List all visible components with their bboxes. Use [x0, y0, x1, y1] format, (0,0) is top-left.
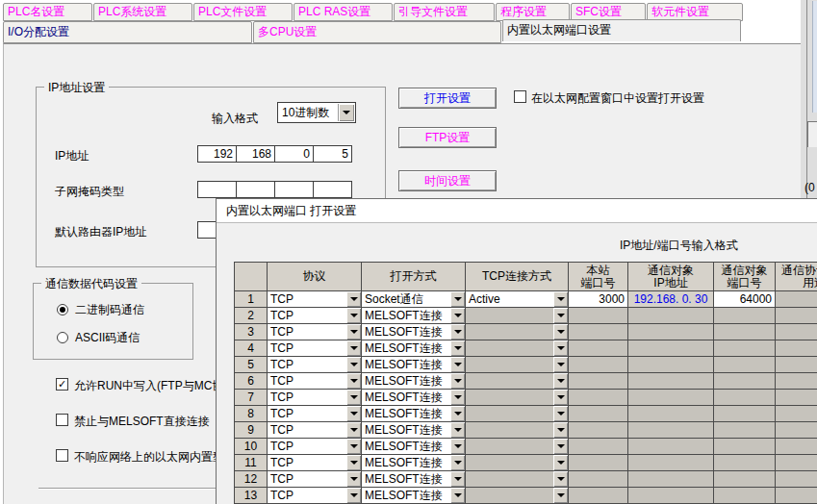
- input-format-select[interactable]: 10进制数: [277, 102, 356, 123]
- screen: (0 PLC名设置PLC系统设置PLC文件设置PLC RAS设置引导文件设置程序…: [0, 0, 817, 504]
- tab-boot-file[interactable]: 引导文件设置: [394, 3, 495, 21]
- dropdown-arrow: [350, 330, 358, 334]
- dest-ip-cell[interactable]: 192.168. 0. 30: [628, 291, 714, 308]
- protocol-dropdown[interactable]: TCP: [268, 308, 362, 324]
- tcp-mode-dropdown[interactable]: Active: [466, 291, 569, 308]
- chevron-down-icon[interactable]: [553, 291, 568, 307]
- subnet-octet-1[interactable]: [197, 181, 237, 198]
- ascii-comm-label[interactable]: ASCII码通信: [75, 330, 140, 346]
- protocol-dropdown[interactable]: TCP: [268, 422, 362, 439]
- chevron-down-icon[interactable]: [346, 439, 361, 454]
- allow-run-write-checkbox[interactable]: ✓: [56, 378, 68, 391]
- chevron-down-icon[interactable]: [450, 422, 465, 438]
- chevron-down-icon[interactable]: [450, 291, 465, 307]
- chevron-down-icon[interactable]: [346, 390, 361, 405]
- chevron-down-icon[interactable]: [346, 471, 361, 487]
- ip-octet-4[interactable]: 5: [313, 145, 352, 163]
- ip-octet-2[interactable]: 168: [236, 145, 275, 163]
- tab-multi-cpu[interactable]: 多CPU设置: [253, 21, 501, 43]
- dest-port-cell[interactable]: 64000: [714, 291, 776, 308]
- open-method-dropdown[interactable]: MELSOFT连接: [362, 390, 466, 406]
- protocol-dropdown[interactable]: TCP: [268, 488, 362, 504]
- protocol-dropdown[interactable]: TCP: [268, 324, 362, 340]
- ethernet-config-window-label[interactable]: 在以太网配置窗口中设置打开设置: [531, 90, 704, 107]
- open-method-dropdown[interactable]: MELSOFT连接: [362, 439, 466, 455]
- protocol-dropdown[interactable]: TCP: [268, 455, 362, 471]
- chevron-down-icon[interactable]: [346, 340, 361, 356]
- host-port-cell: [569, 406, 628, 422]
- ftp-settings-button[interactable]: FTP设置: [398, 127, 497, 148]
- ip-octet-3[interactable]: 0: [274, 145, 314, 163]
- open-settings-button[interactable]: 打开设置: [398, 88, 497, 109]
- ip-octet-1[interactable]: 192: [197, 145, 237, 163]
- disable-melsoft-direct-checkbox[interactable]: [56, 414, 68, 426]
- open-method-dropdown[interactable]: MELSOFT连接: [362, 373, 466, 390]
- ascii-comm-radio[interactable]: [57, 332, 68, 343]
- tab-io-assignment[interactable]: I/O分配设置: [3, 21, 252, 43]
- tab-builtin-ethernet[interactable]: 内置以太网端口设置: [502, 19, 741, 41]
- dropdown-arrow: [350, 395, 358, 399]
- protocol-dropdown[interactable]: TCP: [268, 406, 362, 422]
- dialog-title: 内置以太网端口 打开设置: [217, 199, 817, 223]
- tab-plc-system[interactable]: PLC系统设置: [93, 3, 192, 21]
- chevron-down-icon[interactable]: [450, 324, 465, 340]
- comm-code-group-title: 通信数据代码设置: [41, 276, 141, 292]
- protocol-dropdown[interactable]: TCP: [268, 357, 362, 373]
- chevron-down-icon[interactable]: [450, 471, 465, 487]
- binary-comm-radio[interactable]: [57, 304, 68, 315]
- no-response-network-checkbox[interactable]: [56, 449, 68, 462]
- chevron-down-icon[interactable]: [346, 291, 361, 307]
- protocol-dropdown[interactable]: TCP: [268, 439, 362, 455]
- chevron-down-icon[interactable]: [346, 422, 361, 438]
- chevron-down-icon[interactable]: [346, 488, 361, 503]
- no-response-network-label[interactable]: 不响应网络上的以太网内置型: [74, 449, 224, 466]
- chevron-down-icon[interactable]: [450, 406, 465, 421]
- host-port-cell[interactable]: 3000: [569, 291, 628, 308]
- chevron-down-icon[interactable]: [450, 340, 465, 356]
- tcp-mode-dropdown: [466, 357, 569, 373]
- table-row: 5TCPMELSOFT连接: [235, 357, 817, 373]
- open-method-dropdown[interactable]: MELSOFT连接: [362, 340, 466, 357]
- open-method-dropdown[interactable]: Socket通信: [362, 291, 466, 308]
- subnet-octet-4[interactable]: [313, 181, 352, 198]
- disable-melsoft-direct-label[interactable]: 禁止与MELSOFT直接连接: [74, 414, 210, 430]
- open-method-dropdown[interactable]: MELSOFT连接: [362, 324, 466, 340]
- open-method-dropdown[interactable]: MELSOFT连接: [362, 422, 466, 439]
- ethernet-config-window-checkbox[interactable]: [514, 90, 526, 103]
- binary-comm-label[interactable]: 二进制码通信: [75, 302, 144, 318]
- chevron-down-icon[interactable]: [346, 324, 361, 340]
- chevron-down-icon[interactable]: [450, 308, 465, 323]
- tab-plc-name[interactable]: PLC名设置: [3, 3, 92, 21]
- time-settings-button[interactable]: 时间设置: [398, 170, 497, 191]
- open-method-dropdown[interactable]: MELSOFT连接: [362, 488, 466, 504]
- chevron-down-icon[interactable]: [450, 439, 465, 454]
- chevron-down-icon[interactable]: [338, 104, 354, 121]
- chevron-down-icon[interactable]: [346, 308, 361, 323]
- open-method-dropdown[interactable]: MELSOFT连接: [362, 357, 466, 373]
- protocol-dropdown[interactable]: TCP: [268, 373, 362, 390]
- column-header-6: 通信对象端口号: [714, 263, 776, 291]
- protocol-dropdown[interactable]: TCP: [268, 471, 362, 488]
- protocol-dropdown[interactable]: TCP: [268, 390, 362, 406]
- chevron-down-icon[interactable]: [346, 406, 361, 421]
- tab-plc-ras[interactable]: PLC RAS设置: [294, 3, 393, 21]
- open-method-dropdown[interactable]: MELSOFT连接: [362, 455, 466, 471]
- chevron-down-icon[interactable]: [450, 488, 465, 503]
- allow-run-write-label[interactable]: 允许RUN中写入(FTP与MC协议): [74, 378, 239, 394]
- chevron-down-icon[interactable]: [450, 390, 465, 405]
- chevron-down-icon[interactable]: [450, 455, 465, 470]
- chevron-down-icon[interactable]: [346, 455, 361, 470]
- subnet-octet-3[interactable]: [274, 181, 314, 198]
- chevron-down-icon[interactable]: [346, 373, 361, 389]
- chevron-down-icon[interactable]: [450, 373, 465, 389]
- protocol-dropdown[interactable]: TCP: [268, 340, 362, 357]
- open-method-dropdown[interactable]: MELSOFT连接: [362, 471, 466, 488]
- protocol-dropdown[interactable]: TCP: [268, 291, 362, 308]
- tab-plc-file[interactable]: PLC文件设置: [193, 3, 293, 21]
- subnet-octet-2[interactable]: [236, 181, 275, 198]
- chevron-down-icon[interactable]: [346, 357, 361, 372]
- open-method-dropdown[interactable]: MELSOFT连接: [362, 308, 466, 324]
- open-method-dropdown[interactable]: MELSOFT连接: [362, 406, 466, 422]
- column-header-line1: 打开方式: [362, 270, 465, 283]
- chevron-down-icon[interactable]: [450, 357, 465, 372]
